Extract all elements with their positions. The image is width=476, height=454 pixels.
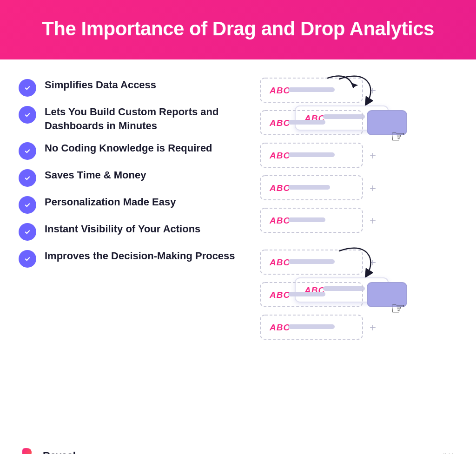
svg-rect-9 (288, 87, 335, 92)
svg-text:ABC: ABC (269, 183, 290, 193)
svg-text:+: + (370, 182, 376, 194)
svg-text:ABC: ABC (269, 118, 290, 128)
feature-list: Simplifies Data Access Lets You Build Cu… (19, 73, 242, 428)
list-item-custom-reports: Lets You Build Custom Reports and Dashbo… (19, 105, 242, 132)
list-text-instant-visibility: Instant Visibility of Your Actions (45, 222, 200, 236)
svg-marker-11 (350, 83, 358, 89)
svg-text:ABC: ABC (269, 151, 290, 160)
check-icon-decision-making (19, 250, 36, 268)
checkmark-svg (23, 83, 32, 92)
check-icon-instant-visibility (19, 223, 36, 241)
check-icon-personalization (19, 196, 36, 214)
check-icon-saves-time (19, 169, 36, 187)
check-icon-custom-reports (19, 106, 36, 124)
list-item-simplifies: Simplifies Data Access (19, 78, 242, 97)
svg-text:ABC: ABC (269, 257, 290, 267)
svg-text:☞: ☞ (390, 299, 405, 318)
svg-text:☞: ☞ (390, 127, 405, 146)
svg-rect-26 (288, 185, 330, 190)
svg-point-2 (23, 146, 32, 156)
list-text-no-coding: No Coding Knowledge is Required (45, 141, 212, 155)
drag-drop-illustration: ABC + ABC ABC ☞ ABC (256, 73, 456, 428)
svg-text:ABC: ABC (269, 290, 290, 300)
list-item-decision-making: Improves the Decision-Making Process (19, 249, 242, 268)
list-text-custom-reports: Lets You Build Custom Reports and Dashbo… (45, 105, 242, 132)
checkmark-svg-6 (23, 227, 32, 237)
svg-text:+: + (370, 149, 376, 162)
checkmark-svg-5 (23, 200, 32, 210)
list-text-simplifies: Simplifies Data Access (45, 78, 156, 92)
svg-rect-41 (288, 292, 325, 296)
svg-point-3 (23, 173, 32, 183)
website-label: www.revealbi.io (409, 452, 457, 454)
list-item-no-coding: No Coding Knowledge is Required (19, 141, 242, 160)
list-item-personalization: Personalization Made Easy (19, 195, 242, 214)
checkmark-svg-2 (23, 110, 32, 119)
svg-point-6 (23, 254, 32, 263)
list-item-saves-time: Saves Time & Money (19, 168, 242, 187)
list-item-instant-visibility: Instant Visibility of Your Actions (19, 222, 242, 241)
footer-section: Reveal www.revealbi.io (0, 438, 476, 454)
brand-container: Reveal (19, 446, 76, 454)
svg-rect-38 (323, 286, 365, 291)
checkmark-svg-3 (23, 146, 32, 156)
svg-point-4 (23, 200, 32, 210)
svg-text:+: + (370, 214, 376, 227)
brand-logo-icon (19, 446, 38, 454)
check-icon-no-coding (19, 142, 36, 160)
brand-name-label: Reveal (43, 450, 76, 454)
svg-rect-34 (288, 259, 335, 264)
svg-rect-14 (323, 114, 365, 119)
svg-text:ABC: ABC (269, 86, 290, 95)
svg-rect-22 (288, 152, 335, 157)
svg-text:+: + (370, 321, 376, 334)
main-content: Simplifies Data Access Lets You Build Cu… (0, 59, 476, 438)
checkmark-svg-7 (23, 254, 32, 263)
list-text-saves-time: Saves Time & Money (45, 168, 146, 182)
page-title: The Importance of Drag and Drop Analytic… (19, 18, 457, 40)
header-section: The Importance of Drag and Drop Analytic… (0, 0, 476, 59)
list-text-personalization: Personalization Made Easy (45, 195, 176, 209)
svg-point-0 (23, 83, 32, 92)
svg-text:ABC: ABC (269, 322, 290, 332)
illustration-svg: ABC + ABC ABC ☞ ABC (256, 73, 456, 427)
svg-rect-30 (288, 217, 325, 222)
svg-point-1 (23, 110, 32, 119)
svg-point-5 (23, 227, 32, 237)
svg-text:ABC: ABC (269, 216, 290, 225)
list-text-decision-making: Improves the Decision-Making Process (45, 249, 235, 263)
checkmark-svg-4 (23, 173, 32, 183)
svg-rect-17 (288, 120, 325, 125)
svg-rect-46 (288, 324, 335, 329)
check-icon-simplifies (19, 79, 36, 97)
